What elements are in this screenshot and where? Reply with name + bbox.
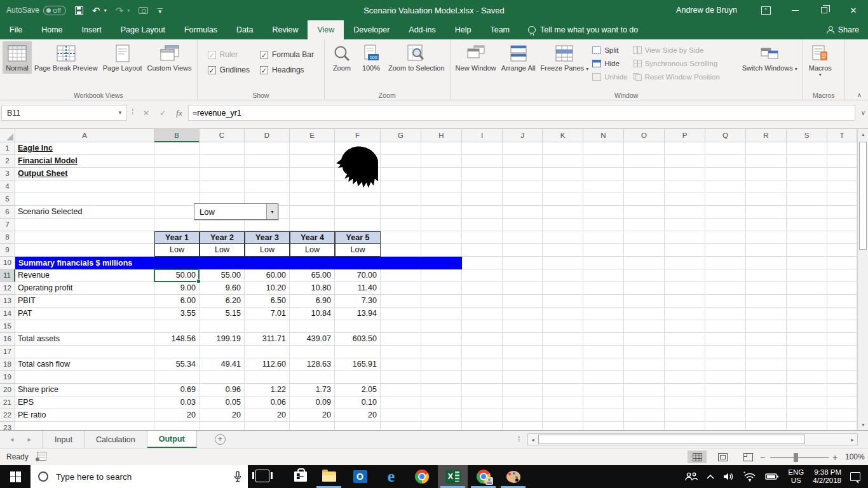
excel-taskbar-icon[interactable]	[438, 465, 468, 488]
cell-B6[interactable]	[154, 206, 200, 219]
cell-D3[interactable]	[245, 168, 290, 180]
cell-R17[interactable]	[746, 346, 787, 358]
tab-home[interactable]: Home	[32, 20, 72, 39]
cell-P19[interactable]	[665, 371, 705, 384]
name-box[interactable]: B11 ▼	[1, 105, 127, 121]
cell-O11[interactable]	[624, 269, 665, 282]
cell-O22[interactable]	[624, 409, 665, 422]
cell-T16[interactable]	[827, 333, 857, 346]
cell-I8[interactable]	[462, 231, 503, 244]
cell-B5[interactable]	[154, 193, 200, 206]
cell-H13[interactable]	[421, 295, 462, 308]
cell-K12[interactable]	[543, 282, 583, 295]
cell-O16[interactable]	[624, 333, 665, 346]
cell-K8[interactable]	[543, 231, 583, 244]
horizontal-scroll-thumb[interactable]	[538, 435, 805, 444]
cell-P12[interactable]	[665, 282, 705, 295]
tab-file[interactable]: File	[0, 20, 32, 39]
row-header-10[interactable]: 10	[0, 257, 15, 269]
zoom-slider-track[interactable]	[770, 457, 829, 458]
cell-R5[interactable]	[746, 193, 787, 206]
cell-H12[interactable]	[421, 282, 462, 295]
scenario-dropdown[interactable]: Low ▼	[194, 203, 278, 220]
cell-J19[interactable]	[503, 371, 543, 384]
cell-N18[interactable]	[583, 358, 624, 371]
cell-N19[interactable]	[583, 371, 624, 384]
cell-H2[interactable]	[421, 155, 462, 168]
vertical-scroll-thumb[interactable]	[859, 142, 867, 250]
cell-C2[interactable]	[200, 155, 245, 168]
cell-A16[interactable]: Total assets	[15, 333, 154, 346]
cell-B8[interactable]: Year 1	[154, 231, 200, 244]
cell-K13[interactable]	[543, 295, 583, 308]
cell-T8[interactable]	[827, 231, 857, 244]
cell-S14[interactable]	[787, 308, 827, 320]
cell-K7[interactable]	[543, 219, 583, 231]
checkbox-icon[interactable]: ✓	[260, 66, 268, 74]
cell-R21[interactable]	[746, 396, 787, 409]
normal-view-shortcut[interactable]	[688, 451, 707, 463]
cell-S17[interactable]	[787, 346, 827, 358]
chrome-profile-icon[interactable]	[468, 465, 498, 488]
cell-R4[interactable]	[746, 180, 787, 193]
column-header-K[interactable]: K	[543, 129, 583, 142]
cell-R18[interactable]	[746, 358, 787, 371]
formula-bar-grip[interactable]: ⁞	[132, 107, 134, 116]
cell-P18[interactable]	[665, 358, 705, 371]
page-layout-shortcut[interactable]	[713, 451, 732, 463]
tab-view[interactable]: View	[308, 20, 344, 39]
cell-F6[interactable]	[335, 206, 381, 219]
scroll-down-icon[interactable]: ▼	[858, 419, 868, 430]
cell-O19[interactable]	[624, 371, 665, 384]
cell-F5[interactable]	[335, 193, 381, 206]
cell-Q15[interactable]	[705, 320, 746, 333]
macros-button[interactable]: Macros▾	[806, 41, 835, 79]
hidden-icons-chevron[interactable]	[707, 475, 714, 479]
cell-Q7[interactable]	[705, 219, 746, 231]
cell-D21[interactable]: 0.06	[245, 396, 290, 409]
cell-B12[interactable]: 9.00	[154, 282, 200, 295]
cell-R20[interactable]	[746, 384, 787, 396]
cell-I17[interactable]	[462, 346, 503, 358]
cell-K6[interactable]	[543, 206, 583, 219]
tell-me-box[interactable]: Tell me what you want to do	[528, 20, 638, 39]
cell-T11[interactable]	[827, 269, 857, 282]
cell-D17[interactable]	[245, 346, 290, 358]
cell-O7[interactable]	[624, 219, 665, 231]
cell-N7[interactable]	[583, 219, 624, 231]
cell-H18[interactable]	[421, 358, 462, 371]
cell-O17[interactable]	[624, 346, 665, 358]
cell-C13[interactable]: 6.20	[200, 295, 245, 308]
cell-A22[interactable]: PE ratio	[15, 409, 154, 422]
cell-T5[interactable]	[827, 193, 857, 206]
cell-I10[interactable]	[462, 257, 503, 269]
sheet-tab-calculation[interactable]: Calculation	[85, 431, 147, 448]
cell-A5[interactable]	[15, 193, 154, 206]
cell-C7[interactable]	[200, 219, 245, 231]
cell-S13[interactable]	[787, 295, 827, 308]
cell-A20[interactable]: Share price	[15, 384, 154, 396]
zoom-out-icon[interactable]: −	[760, 452, 765, 463]
checkbox-icon[interactable]: ✓	[208, 66, 216, 74]
gridlines-checkbox[interactable]: ✓Gridlines	[208, 65, 250, 74]
tab-formulas[interactable]: Formulas	[175, 20, 227, 39]
cell-T9[interactable]	[827, 244, 857, 257]
column-header-S[interactable]: S	[787, 129, 827, 142]
horizontal-scrollbar[interactable]: ◂ ▸	[527, 433, 858, 445]
cell-G22[interactable]	[381, 409, 421, 422]
cell-S16[interactable]	[787, 333, 827, 346]
cell-R12[interactable]	[746, 282, 787, 295]
cell-P7[interactable]	[665, 219, 705, 231]
cell-B15[interactable]	[154, 320, 200, 333]
cell-B18[interactable]: 55.34	[154, 358, 200, 371]
cell-Q19[interactable]	[705, 371, 746, 384]
cell-J15[interactable]	[503, 320, 543, 333]
column-header-O[interactable]: O	[624, 129, 665, 142]
autosave-switch-icon[interactable]: Off	[43, 6, 66, 15]
tab-page-layout[interactable]: Page Layout	[111, 20, 175, 39]
cell-J7[interactable]	[503, 219, 543, 231]
cell-P8[interactable]	[665, 231, 705, 244]
cell-S23[interactable]	[787, 422, 827, 430]
cell-O1[interactable]	[624, 142, 665, 155]
cell-G17[interactable]	[381, 346, 421, 358]
